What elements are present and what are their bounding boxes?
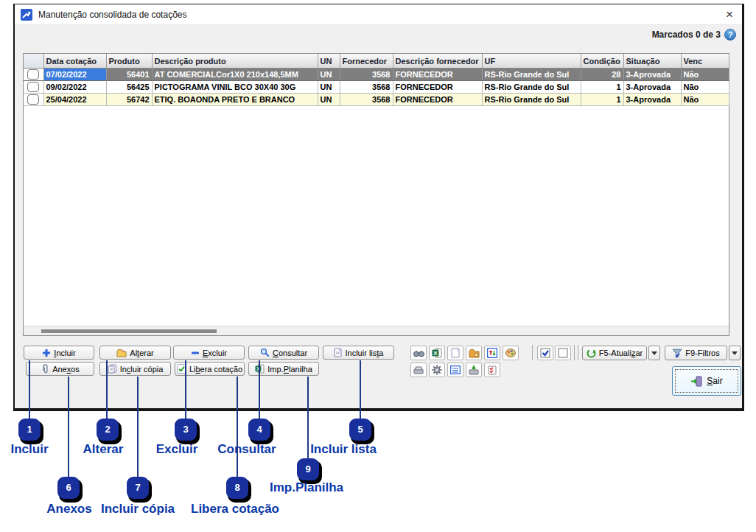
- search-icon: [260, 348, 270, 357]
- callout-badge-2: 2: [97, 419, 119, 441]
- palette-icon[interactable]: [503, 346, 519, 360]
- incluir-lista-button[interactable]: Incluir lista: [323, 346, 394, 360]
- exit-door-icon: [690, 376, 702, 387]
- window-title: Manutenção consolidada de cotações: [38, 10, 186, 20]
- edit-folder-icon: [116, 349, 127, 357]
- callout-line-excluir: [185, 360, 186, 419]
- callout-line-imp-planilha: [307, 377, 309, 459]
- binoculars-icon[interactable]: [410, 346, 427, 360]
- cell-condicao: 1: [581, 94, 623, 106]
- callout-label-alterar: Alterar: [83, 442, 124, 457]
- row-checkbox[interactable]: [24, 69, 43, 81]
- callout-label-consultar: Consultar: [217, 442, 276, 457]
- quotation-maintenance-window: Manutenção consolidada de cotações × Mar…: [13, 4, 744, 411]
- gear-icon[interactable]: [429, 363, 445, 377]
- header-fornecedor[interactable]: Fornecedor: [340, 54, 393, 69]
- cell-descricao-produto: AT COMERCIALCor1X0 210x148,5MM: [152, 69, 318, 81]
- cell-uf: RS-Rio Grande do Sul: [482, 81, 581, 94]
- funnel-icon: [672, 349, 682, 358]
- header-descricao-fornecedor[interactable]: Descrição fornecedor: [393, 54, 482, 69]
- table-row[interactable]: 07/02/2022 56401 AT COMERCIALCor1X0 210x…: [24, 69, 729, 81]
- cell-situacao: 3-Aprovada: [623, 94, 681, 106]
- cell-fornecedor: 3568: [340, 69, 393, 81]
- cell-venc: Não: [681, 69, 729, 81]
- header-condicao[interactable]: Condição: [581, 54, 623, 69]
- row-checkbox[interactable]: [24, 94, 43, 106]
- table-row[interactable]: 25/04/2022 56742 ETIQ. BOAONDA PRETO E B…: [24, 94, 729, 106]
- header-situacao[interactable]: Situação: [623, 54, 681, 69]
- cell-descricao-produto: ETIQ. BOAONDA PRETO E BRANCO: [152, 94, 318, 106]
- list-window-icon[interactable]: [447, 363, 463, 377]
- callout-line-consultar: [259, 360, 260, 419]
- sort-arrows-icon[interactable]: [484, 346, 500, 360]
- horizontal-scrollbar-thumb[interactable]: [41, 329, 217, 333]
- toolbar-separator: [532, 345, 533, 360]
- table-row[interactable]: 09/02/2022 56425 PICTOGRAMA VINIL BCO 30…: [24, 81, 729, 94]
- header-produto[interactable]: Produto: [106, 54, 152, 69]
- cell-un: UN: [318, 69, 340, 81]
- callout-badge-9: 9: [297, 458, 319, 480]
- excluir-button[interactable]: Excluir: [173, 346, 245, 360]
- callout-line-incluir-lista: [360, 360, 361, 419]
- svg-text:X: X: [433, 350, 438, 357]
- checkbox-checked-icon[interactable]: [537, 346, 553, 360]
- cell-data-cotacao: 25/04/2022: [43, 94, 106, 106]
- cell-descricao-fornecedor: FORNECEDOR: [393, 81, 482, 94]
- alterar-button[interactable]: Alterar: [99, 346, 171, 360]
- cell-uf: RS-Rio Grande do Sul: [482, 94, 581, 106]
- grid-header-row: Data cotação Produto Descrição produto U…: [24, 54, 729, 69]
- cell-produto: 56742: [106, 94, 152, 106]
- incluir-button[interactable]: Incluir: [24, 346, 94, 360]
- punch-icon[interactable]: [410, 363, 427, 377]
- cell-un: UN: [318, 81, 340, 94]
- excel-export-icon[interactable]: X: [429, 346, 445, 360]
- header-descricao-produto[interactable]: Descrição produto: [152, 54, 318, 69]
- callout-label-incluir-lista: Incluir lista: [310, 442, 377, 457]
- anexos-button[interactable]: Anexos: [26, 362, 94, 376]
- incluir-copia-button[interactable]: Incluir cópia: [99, 362, 171, 376]
- callout-label-imp-planilha: Imp.Planilha: [270, 480, 343, 495]
- import-box-icon[interactable]: [466, 363, 482, 377]
- row-checkbox[interactable]: [24, 81, 43, 94]
- f9-filtros-dropdown[interactable]: [729, 346, 741, 360]
- f9-filtros-button[interactable]: F9-Filtros: [665, 346, 727, 360]
- callout-badge-3: 3: [175, 419, 197, 441]
- callout-badge-4: 4: [248, 419, 270, 441]
- cell-data-cotacao: 07/02/2022: [43, 69, 106, 81]
- horizontal-scrollbar[interactable]: [24, 326, 729, 335]
- header-uf[interactable]: UF: [482, 54, 581, 69]
- header-checkbox-col: [24, 54, 43, 69]
- document-icon[interactable]: [447, 346, 463, 360]
- folder-organize-icon[interactable]: [466, 346, 482, 360]
- header-venc[interactable]: Venc: [681, 54, 729, 69]
- checkbox-unchecked-icon[interactable]: [555, 346, 571, 360]
- cell-produto: 56425: [106, 81, 152, 94]
- header-un[interactable]: UN: [318, 54, 340, 69]
- header-data-cotacao[interactable]: Data cotação: [43, 54, 106, 69]
- callout-badge-1: 1: [18, 419, 41, 441]
- document-icon: [334, 348, 343, 357]
- f5-atualizar-button[interactable]: F5-Atualizar: [582, 346, 647, 360]
- consultar-button[interactable]: Consultar: [248, 346, 319, 360]
- toolbar-separator: [574, 345, 575, 360]
- callout-line-incluir-copia: [137, 377, 139, 477]
- callout-label-incluir: Incluir: [10, 442, 48, 457]
- marked-counter: Marcados 0 de 3: [652, 29, 721, 40]
- checklist-icon[interactable]: [484, 363, 500, 377]
- close-icon[interactable]: ×: [723, 9, 736, 21]
- callout-label-libera-cotacao: Libera cotação: [191, 502, 279, 517]
- callout-line-incluir: [29, 360, 30, 419]
- cell-venc: Não: [681, 94, 729, 106]
- cell-descricao-produto: PICTOGRAMA VINIL BCO 30X40 30G: [152, 81, 318, 94]
- help-icon[interactable]: ?: [724, 29, 736, 41]
- cell-descricao-fornecedor: FORNECEDOR: [393, 69, 482, 81]
- plus-icon: [42, 349, 51, 357]
- f5-atualizar-dropdown[interactable]: [648, 346, 660, 360]
- refresh-icon: [587, 349, 596, 358]
- cell-fornecedor: 3568: [340, 81, 393, 94]
- title-bar: Manutenção consolidada de cotações ×: [15, 4, 742, 25]
- callout-label-excluir: Excluir: [156, 442, 198, 457]
- sair-button[interactable]: Sair: [672, 366, 741, 396]
- callout-line-libera-cotacao: [237, 377, 238, 477]
- cell-produto: 56401: [106, 69, 152, 81]
